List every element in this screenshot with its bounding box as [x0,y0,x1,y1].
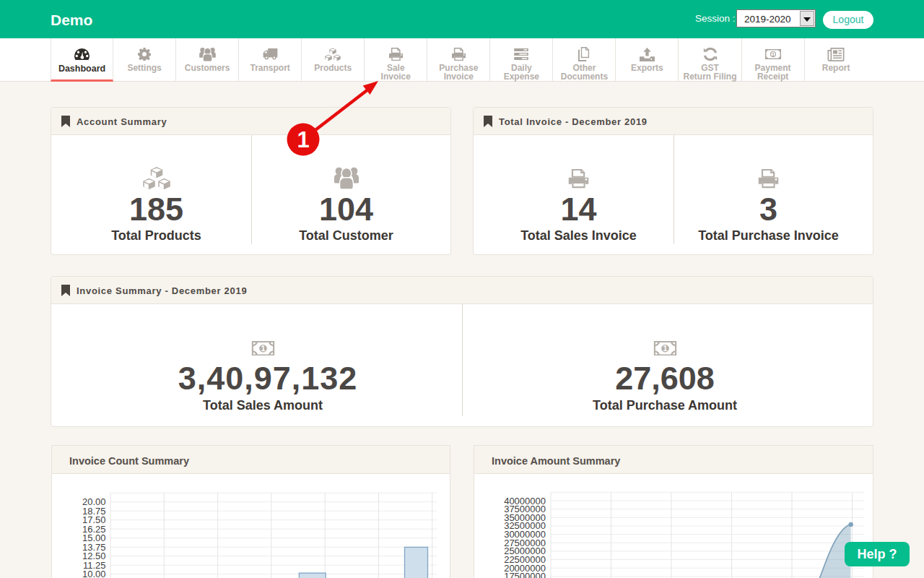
svg-text:1: 1 [663,344,667,353]
svg-text:1: 1 [772,52,775,57]
svg-text:1: 1 [261,344,265,353]
